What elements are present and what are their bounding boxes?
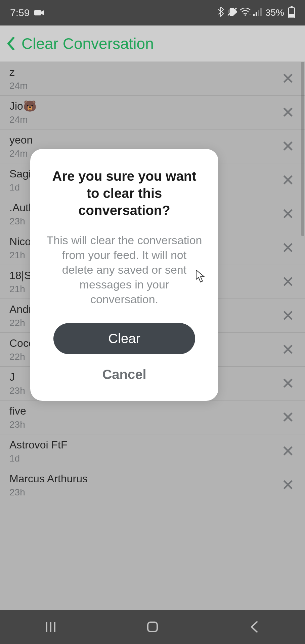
conversation-time: 22h: [9, 318, 32, 328]
conversation-name: z: [9, 66, 28, 78]
clear-button[interactable]: Clear: [53, 323, 195, 354]
navigation-bar: [0, 610, 305, 644]
cancel-button[interactable]: Cancel: [45, 363, 204, 386]
svg-text:+: +: [249, 13, 251, 16]
conversation-name: J: [9, 371, 25, 383]
back-icon[interactable]: [7, 37, 15, 50]
conversation-name: Marcus Arthurus: [9, 473, 88, 485]
status-right: + 35%: [218, 7, 295, 19]
svg-rect-0: [34, 10, 41, 15]
confirm-clear-modal: Are you sure you want to clear this conv…: [30, 149, 218, 401]
close-icon[interactable]: ✕: [280, 376, 296, 391]
close-icon[interactable]: ✕: [280, 172, 296, 188]
conversation-name: yeon: [9, 134, 33, 146]
status-time: 7:59: [10, 7, 30, 18]
conversation-time: 24m: [9, 148, 33, 159]
battery-text: 35%: [265, 7, 284, 18]
conversation-time: 23h: [9, 385, 25, 396]
svg-rect-6: [258, 10, 259, 16]
back-nav-icon[interactable]: [244, 617, 264, 637]
svg-rect-11: [148, 622, 157, 632]
conversation-name: Sagil: [9, 168, 33, 180]
close-icon[interactable]: ✕: [280, 443, 296, 459]
conversation-time: 24m: [9, 114, 37, 125]
scrollbar-thumb[interactable]: [301, 62, 304, 236]
battery-icon: [288, 7, 295, 18]
close-icon[interactable]: ✕: [280, 139, 296, 154]
bluetooth-icon: [218, 7, 224, 19]
conversation-time: 23h: [9, 487, 88, 498]
list-item[interactable]: Jio🐻 24m ✕: [0, 96, 305, 129]
conversation-name: Jio🐻: [9, 100, 37, 112]
signal-icon: [253, 7, 263, 18]
conversation-time: 24m: [9, 80, 28, 91]
svg-rect-7: [260, 8, 262, 16]
conversation-time: 1d: [9, 182, 33, 193]
page-title: Clear Conversation: [21, 35, 154, 53]
close-icon[interactable]: ✕: [280, 410, 296, 425]
close-icon[interactable]: ✕: [280, 71, 296, 86]
svg-rect-5: [256, 12, 257, 16]
list-item[interactable]: Marcus Arthurus 23h ✕: [0, 468, 305, 502]
camera-icon: [34, 9, 44, 16]
scrollbar-track[interactable]: [300, 62, 305, 499]
conversation-name: Andr: [9, 303, 32, 316]
conversation-time: 23h: [9, 419, 26, 430]
close-icon[interactable]: ✕: [280, 105, 296, 120]
close-icon[interactable]: ✕: [280, 477, 296, 493]
app-header: Clear Conversation: [0, 25, 305, 62]
close-icon[interactable]: ✕: [280, 274, 296, 289]
svg-rect-4: [253, 14, 255, 16]
close-icon[interactable]: ✕: [280, 206, 296, 222]
modal-body: This will clear the conversation from yo…: [45, 233, 204, 307]
status-bar: 7:59 + 35%: [0, 0, 305, 25]
status-left: 7:59: [10, 7, 44, 18]
close-icon[interactable]: ✕: [280, 342, 296, 357]
conversation-name: five: [9, 405, 26, 417]
vibrate-icon: [227, 7, 237, 18]
modal-title: Are you sure you want to clear this conv…: [45, 168, 204, 219]
wifi-icon: +: [240, 7, 251, 18]
svg-point-2: [245, 14, 246, 16]
conversation-name: Nico: [9, 235, 31, 248]
close-icon[interactable]: ✕: [280, 308, 296, 323]
close-icon[interactable]: ✕: [280, 240, 296, 256]
list-item[interactable]: Astrovoi FtF 1d ✕: [0, 434, 305, 468]
list-item[interactable]: five 23h ✕: [0, 400, 305, 434]
conversation-name: Astrovoi FtF: [9, 439, 67, 451]
recents-icon[interactable]: [41, 617, 61, 637]
bottom-spacer: [0, 570, 305, 610]
conversation-time: 21h: [9, 250, 31, 261]
conversation-time: 1d: [9, 453, 67, 464]
list-item[interactable]: z 24m ✕: [0, 62, 305, 96]
home-icon[interactable]: [142, 617, 163, 637]
